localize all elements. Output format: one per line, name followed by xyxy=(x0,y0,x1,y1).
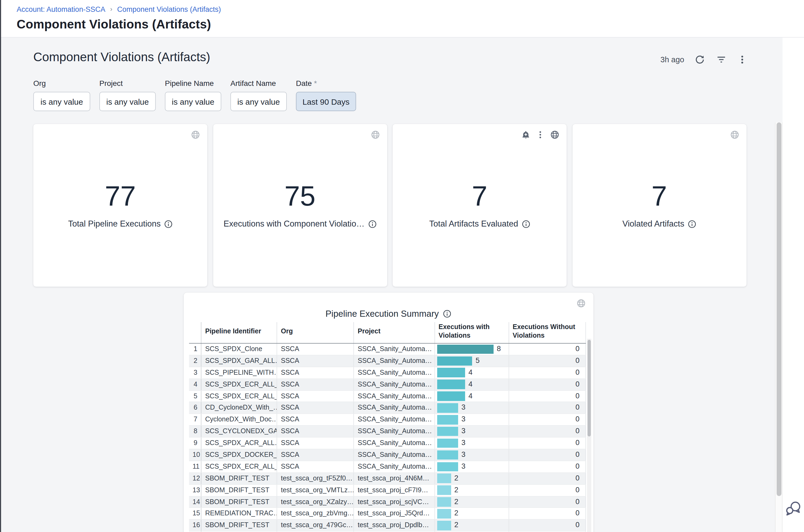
table-scrollbar-track[interactable] xyxy=(587,339,591,532)
cell-executions-without-violations: 0 xyxy=(509,496,586,508)
info-icon[interactable] xyxy=(164,220,172,228)
cell-org: SSCA xyxy=(277,367,354,378)
cell-executions-with-violations: 3 xyxy=(435,414,509,425)
cell-pipeline-identifier: CD_CycloneDX_With_… xyxy=(201,402,277,414)
table-row[interactable]: 10SCS_SPDX_DOCKER_…SSCASSCA_Sanity_Autom… xyxy=(189,449,586,461)
table-row[interactable]: 11SCS_SPDX_ECR_ALL_…SSCASSCA_Sanity_Auto… xyxy=(189,461,586,473)
table-row[interactable]: 13SBOM_DRIFT_TESTtest_ssca_org_VMTLz…tes… xyxy=(189,484,586,496)
cell-pipeline-identifier: SCS_SPDX_ECR_ALL_… xyxy=(201,461,277,472)
cell-executions-with-violations: 3 xyxy=(435,461,509,472)
cell-org: SSCA xyxy=(277,379,354,390)
breadcrumb-account-link[interactable]: Account: Automation-SSCA xyxy=(17,5,105,14)
violations-bar-value: 3 xyxy=(461,461,465,472)
violations-bar[interactable] xyxy=(437,439,458,448)
info-icon[interactable] xyxy=(522,220,530,228)
info-icon[interactable] xyxy=(443,310,451,318)
violations-bar[interactable] xyxy=(437,380,465,389)
info-icon[interactable] xyxy=(688,220,696,228)
tile-body: 75Executions with Component Violatio… xyxy=(213,124,387,287)
violations-bar[interactable] xyxy=(437,344,493,354)
stat-label-row: Total Pipeline Executions xyxy=(68,219,173,229)
table-row[interactable]: 5SCS_SPDX_ECR_ALL_…SSCASSCA_Sanity_Autom… xyxy=(189,391,586,402)
cell-project: test_ssca_proj_J5Qrd… xyxy=(354,508,435,519)
violations-bar[interactable] xyxy=(437,368,465,377)
cell-rownum: 6 xyxy=(189,402,201,414)
violations-bar[interactable] xyxy=(437,486,451,495)
violations-bar[interactable] xyxy=(437,509,451,518)
column-header-org[interactable]: Org xyxy=(277,322,354,343)
table-scrollbar-thumb[interactable] xyxy=(587,340,591,436)
table-header-row: Pipeline IdentifierOrgProjectExecutions … xyxy=(189,322,586,344)
cell-executions-with-violations: 4 xyxy=(435,379,509,390)
cell-project: test_ssca_proj_Dpdlb… xyxy=(354,520,435,531)
violations-bar[interactable] xyxy=(437,415,458,424)
violations-bar[interactable] xyxy=(437,474,451,483)
table-row[interactable]: 8SCS_CYCLONEDX_GA…SSCASSCA_Sanity_Automa… xyxy=(189,426,586,438)
cell-executions-without-violations: 0 xyxy=(509,426,586,437)
info-icon[interactable] xyxy=(369,220,376,228)
filter-label: Project xyxy=(99,79,156,88)
violations-bar[interactable] xyxy=(437,403,458,413)
stat-label: Total Artifacts Evaluated xyxy=(429,219,518,229)
cell-rownum: 15 xyxy=(189,508,201,519)
breadcrumb-dashboard-link[interactable]: Component Violations (Artifacts) xyxy=(117,5,221,14)
column-header-withoutv[interactable]: Executions Without Violations xyxy=(509,322,586,343)
violations-bar[interactable] xyxy=(437,450,458,459)
violations-bar[interactable] xyxy=(437,462,458,471)
table-row[interactable]: 9SCS_SPDX_ACR_ALL…SSCASSCA_Sanity_Automa… xyxy=(189,438,586,449)
cell-executions-with-violations: 2 xyxy=(435,520,509,531)
cell-executions-without-violations: 0 xyxy=(509,473,586,484)
table-row[interactable]: 16SBOM_DRIFT_TESTtest_ssca_org_479Gc…tes… xyxy=(189,520,586,532)
column-header-project[interactable]: Project xyxy=(354,322,435,343)
table-row[interactable]: 2SCS_SPDX_GAR_ALL…SSCASSCA_Sanity_Automa… xyxy=(189,355,586,367)
stat-value: 7 xyxy=(652,182,667,210)
cell-executions-without-violations: 0 xyxy=(509,402,586,414)
dashboard-page: Account: Automation-SSCA › Component Vio… xyxy=(0,0,804,532)
cell-rownum: 10 xyxy=(189,449,201,461)
page-scrollbar-track[interactable] xyxy=(775,122,782,532)
cell-pipeline-identifier: SCS_SPDX_ACR_ALL… xyxy=(201,438,277,449)
kebab-menu-icon[interactable] xyxy=(737,55,747,64)
stat-value: 75 xyxy=(284,182,316,210)
filter-value-button[interactable]: Last 90 Days xyxy=(296,92,356,111)
column-header-pipeline[interactable]: Pipeline Identifier xyxy=(201,322,277,343)
stat-label-row: Executions with Component Violatio… xyxy=(224,219,376,229)
table-row[interactable]: 6CD_CycloneDX_With_…SSCASSCA_Sanity_Auto… xyxy=(189,402,586,414)
filter-value-button[interactable]: is any value xyxy=(165,92,221,111)
violations-bar[interactable] xyxy=(437,356,472,366)
filter-value-button[interactable]: is any value xyxy=(33,92,90,111)
table-row[interactable]: 12SBOM_DRIFT_TESTtest_ssca_org_tF5Zf0…te… xyxy=(189,473,586,485)
violations-bar[interactable] xyxy=(437,427,458,436)
stat-label: Violated Artifacts xyxy=(622,219,684,229)
violations-bar[interactable] xyxy=(437,392,465,401)
globe-icon[interactable] xyxy=(577,299,585,308)
stat-value: 7 xyxy=(472,182,487,210)
cell-executions-with-violations: 3 xyxy=(435,449,509,461)
table-row[interactable]: 15REMEDIATION_TRAC…test_ssca_org_zbVmg…t… xyxy=(189,508,586,520)
cell-executions-with-violations: 3 xyxy=(435,402,509,414)
filter-icon[interactable] xyxy=(716,55,726,64)
cell-executions-with-violations: 5 xyxy=(435,355,509,367)
chat-help-icon[interactable] xyxy=(785,500,802,517)
dashboard-title: Component Violations (Artifacts) xyxy=(33,50,210,64)
table-row[interactable]: 14SBOM_DRIFT_TESTtest_ssca_org_XZalzy…te… xyxy=(189,496,586,508)
table-row[interactable]: 3SCS_PIPELINE_WITH…SSCASSCA_Sanity_Autom… xyxy=(189,367,586,379)
filter-value-button[interactable]: is any value xyxy=(99,92,156,111)
refresh-icon[interactable] xyxy=(695,55,705,64)
filter-group-date: Date*Last 90 Days xyxy=(296,79,356,111)
stat-value: 77 xyxy=(105,182,136,210)
cell-pipeline-identifier: CycloneDX_With_Doc… xyxy=(201,414,277,425)
cell-project: SSCA_Sanity_Automa… xyxy=(354,379,435,390)
cell-project: SSCA_Sanity_Automa… xyxy=(354,344,435,355)
violations-bar[interactable] xyxy=(437,497,451,507)
table-row[interactable]: 1SCS_SPDX_CloneSSCASSCA_Sanity_Automa…80 xyxy=(189,344,586,355)
cell-org: SSCA xyxy=(277,355,354,367)
table-row[interactable]: 4SCS_SPDX_ECR_ALL_…SSCASSCA_Sanity_Autom… xyxy=(189,379,586,391)
violations-bar[interactable] xyxy=(437,521,451,530)
filter-value-button[interactable]: is any value xyxy=(230,92,287,111)
dashboard-controls: 3h ago xyxy=(660,55,747,64)
stat-tile-4: 7Violated Artifacts xyxy=(572,124,746,287)
column-header-withv[interactable]: Executions with Violations xyxy=(435,322,509,343)
table-row[interactable]: 7CycloneDX_With_Doc…SSCASSCA_Sanity_Auto… xyxy=(189,414,586,426)
page-scrollbar-thumb[interactable] xyxy=(777,122,781,496)
